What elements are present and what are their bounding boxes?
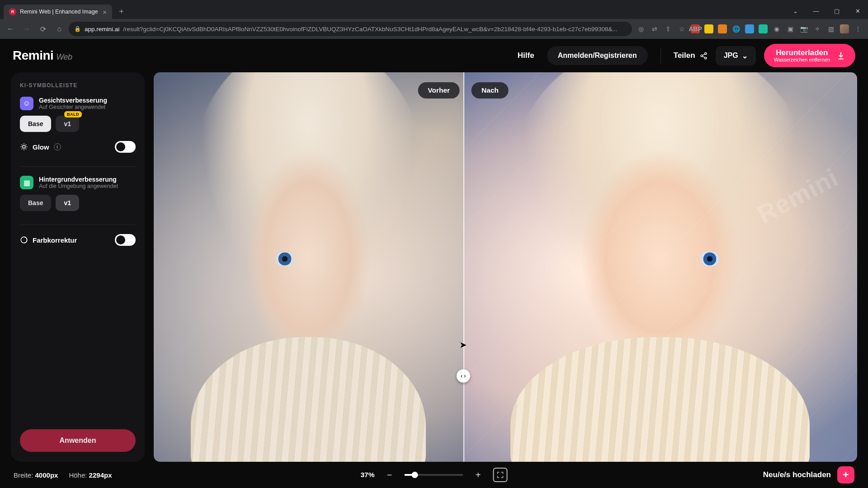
back-button[interactable]: ← xyxy=(4,22,17,36)
app-header: Remini Web Hilfe Anmelden/Registrieren T… xyxy=(0,39,868,72)
share-url-icon[interactable]: ⇪ xyxy=(664,24,673,33)
tool-title: Hintergrundverbesserung xyxy=(39,176,118,183)
zoom-slider-knob[interactable] xyxy=(412,472,418,478)
divider xyxy=(20,225,136,225)
close-tab-icon[interactable]: × xyxy=(103,9,107,15)
color-switch[interactable] xyxy=(115,234,136,246)
dim-height: Höhe: 2294px xyxy=(69,471,112,479)
help-link[interactable]: Hilfe xyxy=(513,51,539,60)
new-tab-button[interactable]: ＋ xyxy=(115,5,127,17)
width-value: 4000px xyxy=(35,471,58,479)
home-button[interactable]: ⌂ xyxy=(52,22,66,36)
extension-icon[interactable] xyxy=(704,24,713,33)
footer: Breite: 4000px Höhe: 2294px 37% − + Neu/… xyxy=(0,462,868,488)
watermark-lines xyxy=(463,72,857,462)
chip-bg-base[interactable]: Base xyxy=(20,195,51,211)
upload-button[interactable]: + xyxy=(837,466,854,483)
zoom-out-button[interactable]: − xyxy=(383,468,396,482)
fit-screen-button[interactable] xyxy=(493,468,508,482)
translate-icon[interactable]: ⇄ xyxy=(650,24,659,33)
url-input[interactable]: 🔒 app.remini.ai /result?gclid=Cj0KCQiAtv… xyxy=(69,22,632,36)
extension-icon[interactable] xyxy=(759,24,768,33)
zoom-controls: 37% − + xyxy=(360,468,507,482)
glow-toggle-row: Glow i xyxy=(20,141,136,153)
window-controls: ⌄ ― ▢ ✕ xyxy=(785,3,868,19)
tool-title: Gesichtsverbesserung xyxy=(39,97,107,104)
face-model-chips: Base v1 BALD xyxy=(20,116,136,132)
glow-switch[interactable] xyxy=(115,141,136,153)
toolbar-icons: ◎ ⇄ ⇪ ☆ ABP 🌐 ◉ ▣ 📷 ✧ ▥ ⋮ xyxy=(635,24,864,33)
logo-sub: Web xyxy=(56,52,72,62)
color-toggle-row: Farbkorrektur xyxy=(20,234,136,246)
chip-base[interactable]: Base xyxy=(20,116,51,132)
zoom-slider[interactable] xyxy=(405,474,463,476)
forward-button[interactable]: → xyxy=(20,22,33,36)
compare-canvas[interactable]: Remini Vorher Nach ‹ › ➤ xyxy=(154,72,857,462)
before-after-labels: Vorher Nach xyxy=(418,82,509,99)
profile-avatar[interactable] xyxy=(840,24,849,33)
logo-main: Remini xyxy=(13,48,53,63)
svg-point-0 xyxy=(704,52,706,54)
tool-background-enhance: ▦ Hintergrundverbesserung Auf die Umgebu… xyxy=(20,176,136,189)
extension-icon[interactable]: ▣ xyxy=(786,24,795,33)
apply-button[interactable]: Anwenden xyxy=(20,429,136,452)
dim-width: Breite: 4000px xyxy=(14,471,58,479)
format-select[interactable]: JPG ⌄ xyxy=(716,46,756,66)
glow-icon xyxy=(20,143,28,151)
tool-subtitle: Auf Gesichter angewendet xyxy=(39,104,107,110)
compare-drag-handle[interactable]: ‹ › xyxy=(457,369,470,383)
zoom-percent: 37% xyxy=(360,471,374,479)
download-sublabel: Wasserzeichen entfernen xyxy=(774,57,830,63)
close-window-icon[interactable]: ✕ xyxy=(847,3,868,19)
format-label: JPG xyxy=(724,52,738,60)
height-value: 2294px xyxy=(89,471,112,479)
kebab-menu-icon[interactable]: ⋮ xyxy=(854,24,863,33)
tool-face-enhance: ☺ Gesichtsverbesserung Auf Gesichter ang… xyxy=(20,97,136,110)
bookmark-icon[interactable]: ☆ xyxy=(677,24,686,33)
download-label: Herunterladen xyxy=(776,48,828,57)
compare-divider[interactable] xyxy=(463,72,464,462)
tab-title: Remini Web | Enhanced Image xyxy=(20,9,98,15)
svg-line-3 xyxy=(703,54,705,55)
bg-model-chips: Base v1 xyxy=(20,195,136,211)
share-icon xyxy=(700,52,708,60)
separator xyxy=(660,48,661,63)
chip-bg-v1[interactable]: v1 xyxy=(56,195,79,211)
label-after: Nach xyxy=(472,82,509,99)
cursor-icon: ➤ xyxy=(459,339,467,350)
reload-button[interactable]: ⟳ xyxy=(36,22,50,36)
maximize-icon[interactable]: ▢ xyxy=(826,3,847,19)
extension-globe-icon[interactable]: 🌐 xyxy=(731,24,741,33)
login-button[interactable]: Anmelden/Registrieren xyxy=(547,46,648,65)
zoom-in-button[interactable]: + xyxy=(472,468,485,482)
app-body: KI-SYMBOLLEISTE ☺ Gesichtsverbesserung A… xyxy=(0,72,868,462)
extension-icon[interactable]: ◉ xyxy=(772,24,781,33)
share-label: Teilen xyxy=(674,51,695,60)
divider xyxy=(20,166,136,167)
download-icon xyxy=(836,51,845,60)
minimize-icon[interactable]: ― xyxy=(806,3,826,19)
url-domain: app.remini.ai xyxy=(85,26,119,33)
lens-icon[interactable]: ◎ xyxy=(637,24,646,33)
chip-v1[interactable]: v1 BALD xyxy=(56,116,79,132)
extensions-menu-icon[interactable]: ✧ xyxy=(813,24,822,33)
browser-tab[interactable]: R Remini Web | Enhanced Image × xyxy=(4,5,112,19)
download-button[interactable]: Herunterladen Wasserzeichen entfernen xyxy=(764,44,855,67)
logo[interactable]: Remini Web xyxy=(13,48,72,63)
extension-icon[interactable] xyxy=(718,24,727,33)
image-after: Remini xyxy=(463,72,857,462)
svg-point-1 xyxy=(701,55,703,56)
extension-icon[interactable] xyxy=(745,24,754,33)
info-icon[interactable]: i xyxy=(54,143,61,150)
image-before xyxy=(154,72,463,462)
glow-label: Glow xyxy=(33,143,49,151)
sidepanel-icon[interactable]: ▥ xyxy=(826,24,835,33)
extension-adblock-icon[interactable]: ABP xyxy=(691,24,700,33)
share-button[interactable]: Teilen xyxy=(674,51,708,60)
svg-line-4 xyxy=(703,56,705,57)
lock-icon: 🔒 xyxy=(74,26,81,32)
extension-camera-icon[interactable]: 📷 xyxy=(799,24,808,33)
address-bar: ← → ⟳ ⌂ 🔒 app.remini.ai /result?gclid=Cj… xyxy=(0,19,868,39)
favicon-icon: R xyxy=(9,8,16,15)
height-label: Höhe: xyxy=(69,471,87,479)
